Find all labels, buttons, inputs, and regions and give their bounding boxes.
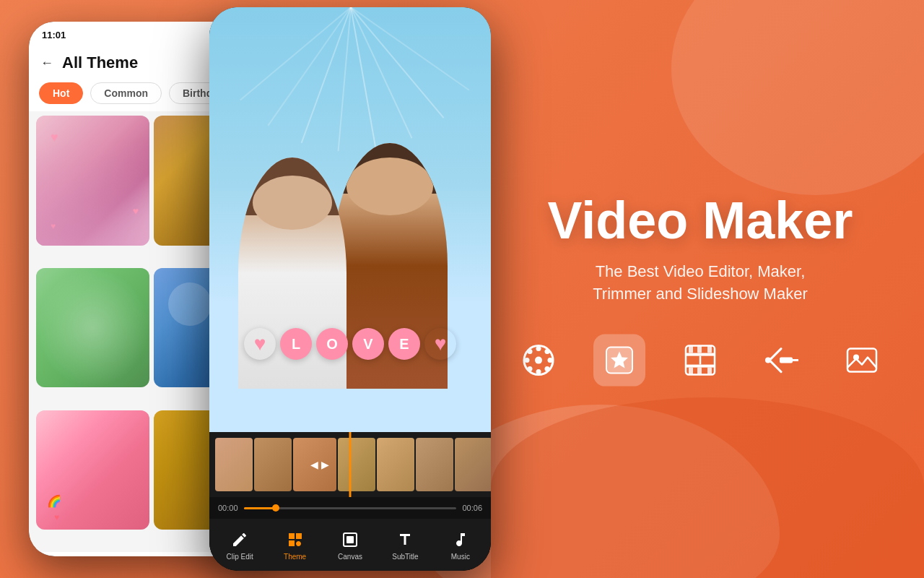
love-letter-v: V xyxy=(352,328,384,360)
tool-music[interactable]: Music xyxy=(433,530,488,561)
progress-bar-area: 00:00 00:06 xyxy=(209,497,491,519)
progress-dot xyxy=(272,504,279,512)
svg-rect-26 xyxy=(847,348,876,371)
tool-theme[interactable]: Theme xyxy=(267,530,322,561)
timeline-frame-7 xyxy=(455,438,491,491)
svg-rect-16 xyxy=(686,364,715,367)
timeline-frame-6 xyxy=(416,438,453,491)
svg-rect-1 xyxy=(346,536,354,543)
svg-point-5 xyxy=(536,369,541,374)
phone-right: ♥ L O V E ♥ ◀ ▶ xyxy=(209,7,491,571)
canvas-label: Canvas xyxy=(338,553,362,561)
tool-canvas[interactable]: Canvas xyxy=(323,530,378,561)
theme-item-braids-girl[interactable]: 🌈 ♥ xyxy=(36,410,149,530)
love-letter-o: O xyxy=(316,328,348,360)
timeline-frame-5 xyxy=(377,438,414,491)
music-label: Music xyxy=(451,553,470,561)
svg-point-11 xyxy=(528,366,533,371)
timeline-cursor xyxy=(349,432,352,497)
timeline-strip: ◀ ▶ xyxy=(209,432,491,497)
feature-film-cut xyxy=(674,334,726,386)
feature-star-clip xyxy=(593,334,645,386)
svg-rect-24 xyxy=(780,357,793,363)
bottom-toolbar: Clip Edit Theme Canvas SubTitle xyxy=(209,519,491,571)
feature-video-reel xyxy=(513,334,565,386)
svg-rect-18 xyxy=(689,367,693,374)
subtitle-line1: The Best Video Editor, Maker, xyxy=(596,262,806,280)
subtitle-icon xyxy=(395,530,415,550)
svg-rect-21 xyxy=(707,345,712,353)
page-title: All Theme xyxy=(62,53,138,72)
theme-item-pink-girl[interactable]: ♥ ♥ ♥ xyxy=(36,116,149,246)
clip-edit-label: Clip Edit xyxy=(227,553,253,561)
clip-edit-icon xyxy=(230,530,250,550)
status-time: 11:01 xyxy=(42,30,66,40)
bg-blob-3 xyxy=(491,397,924,578)
hero-content: Video Maker The Best Video Editor, Maker… xyxy=(513,192,888,387)
svg-rect-17 xyxy=(689,345,693,353)
subtitle-label: SubTitle xyxy=(392,553,418,561)
svg-point-3 xyxy=(535,356,542,363)
svg-point-7 xyxy=(548,358,553,363)
tab-hot[interactable]: Hot xyxy=(39,82,83,104)
svg-rect-19 xyxy=(697,345,702,353)
bg-blob-2 xyxy=(671,0,924,195)
theme-icon xyxy=(285,530,305,550)
app-title: Video Maker xyxy=(513,192,888,249)
svg-point-6 xyxy=(525,358,530,363)
love-heart-right: ♥ xyxy=(424,328,456,360)
couple-photo: ♥ L O V E ♥ xyxy=(209,7,491,432)
timeline-right-arrow[interactable]: ▶ xyxy=(321,459,329,470)
feature-photo-editor xyxy=(836,334,888,386)
phone-right-screen: ♥ L O V E ♥ ◀ ▶ xyxy=(209,7,491,571)
feature-trim xyxy=(755,334,807,386)
svg-point-4 xyxy=(536,346,541,351)
svg-rect-15 xyxy=(686,353,715,355)
svg-rect-20 xyxy=(697,367,702,374)
timeline-frame-1 xyxy=(215,438,253,491)
timeline-frame-2 xyxy=(254,438,292,491)
love-heart-left: ♥ xyxy=(244,328,276,360)
tab-common[interactable]: Common xyxy=(90,82,162,104)
video-area: ♥ L O V E ♥ xyxy=(209,7,491,432)
svg-point-9 xyxy=(545,366,550,371)
tool-subtitle[interactable]: SubTitle xyxy=(378,530,432,561)
love-letter-e: E xyxy=(388,328,420,360)
time-start: 00:00 xyxy=(218,504,238,512)
progress-fill xyxy=(244,507,276,509)
feature-icons xyxy=(513,334,888,386)
theme-label: Theme xyxy=(284,553,306,561)
tool-clip-edit[interactable]: Clip Edit xyxy=(212,530,267,561)
back-button[interactable]: ← xyxy=(40,56,53,71)
app-subtitle: The Best Video Editor, Maker, Trimmer an… xyxy=(513,261,888,306)
time-end: 00:06 xyxy=(462,504,482,512)
svg-rect-22 xyxy=(707,367,712,374)
timeline-left-arrow[interactable]: ◀ xyxy=(310,459,318,470)
theme-item-nature-girl[interactable] xyxy=(36,268,149,387)
love-letter-l: L xyxy=(280,328,312,360)
love-overlay: ♥ L O V E ♥ xyxy=(244,328,456,360)
music-icon xyxy=(450,530,471,550)
subtitle-line2: Trimmer and Slideshow Maker xyxy=(593,285,808,303)
svg-point-8 xyxy=(528,349,533,354)
svg-point-10 xyxy=(545,349,550,354)
timeline-frame-4 xyxy=(338,438,375,491)
canvas-icon xyxy=(340,530,360,550)
progress-track[interactable] xyxy=(244,507,457,509)
svg-point-25 xyxy=(765,357,771,363)
